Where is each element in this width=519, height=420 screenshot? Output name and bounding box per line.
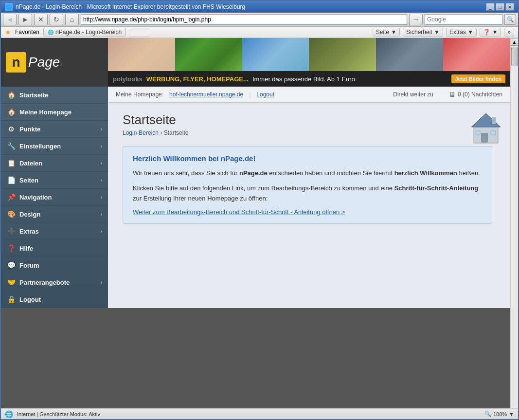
banner-photo-nature [175,38,242,71]
banner-ad: polylooks WERBUNG, FLYER, HOMEPAGE... Im… [108,71,510,87]
tab-npage[interactable]: 🌐 nPage.de - Login-Bereich [43,28,126,37]
favorites-star-icon: ★ [5,28,11,36]
close-button[interactable]: ✕ [505,3,514,11]
schritt-bold: Schritt-für-Schritt-Anleitung [394,184,479,192]
punkte-icon: ⊙ [7,125,16,133]
scroll-thumb[interactable] [511,47,518,66]
home-button[interactable]: ⌂ [65,14,79,25]
zoom-control[interactable]: 🔍 100% ▼ [484,411,514,417]
svg-marker-1 [471,113,501,127]
scroll-up-button[interactable]: ▲ [511,38,519,46]
navigation-icon: 📌 [7,193,16,201]
refresh-button[interactable]: ↻ [50,14,63,25]
logo[interactable]: n Page [6,52,60,73]
welcome-link[interactable]: Weiter zum Bearbeitungs-Bereich und Schr… [133,208,345,216]
banner-photo-woman [443,38,510,71]
address-bar[interactable] [81,14,407,25]
page-wrapper: n Page p [1,38,510,408]
extras-menu[interactable]: Extras ▼ [446,28,477,37]
sidebar-item-startseite[interactable]: 🏠 Startseite [1,87,108,104]
design-icon: 🎨 [7,210,16,218]
zoom-level: 100% [493,411,507,417]
sidebar-item-extras[interactable]: ➕ Extras › [1,223,108,240]
browser-window: 🌐 nPage.de - Login-Bereich - Microsoft I… [0,0,519,420]
willkommen-bold: herzlich Willkommen [394,169,457,177]
sidebar-item-hilfe[interactable]: ❓ Hilfe [1,240,108,257]
logout-icon: 🔒 [7,295,16,303]
page-content-wrapper: Startseite Login-Bereich › Startseite He… [108,103,510,243]
status-bar: 🌐 Internet | Geschützter Modus: Aktiv 🔍 … [1,408,518,419]
sidebar-item-design[interactable]: 🎨 Design › [1,206,108,223]
polylooks-text: polylooks [113,75,143,83]
direkt-label: Direkt weiter zu [393,91,433,98]
sidebar-item-navigation[interactable]: 📌 Navigation › [1,189,108,206]
minimize-button[interactable]: _ [486,3,495,11]
sidebar-item-einstellungen[interactable]: 🔧 Einstellungen › [1,138,108,155]
sidebar-item-logout[interactable]: 🔒 Logout [1,291,108,308]
status-text: Internet | Geschützter Modus: Aktiv [17,411,100,417]
welcome-p1-pre: Wir freuen uns sehr, dass Sie sich für [133,169,239,177]
sidebar-item-partnerangebote[interactable]: 🤝 Partnerangebote › [1,274,108,291]
sidebar-label-navigation: Navigation [19,194,52,201]
npage-site: n Page p [1,38,510,408]
welcome-box: Herzlich Willkommen bei nPage.de! Wir fr… [123,146,492,224]
restore-button[interactable]: □ [496,3,504,11]
security-menu[interactable]: Sicherheit ▼ [403,28,443,37]
banner-cta-button[interactable]: Jetzt Bilder finden [451,74,505,83]
banner-slogan: WERBUNG, FLYER, HOMEPAGE... [146,75,249,83]
page-menu[interactable]: Seite ▼ [373,28,400,37]
banner-sub: Immer das passende Bild. Ab 1 Euro. [252,75,357,83]
search-button[interactable]: 🔍 [504,14,516,25]
navigation-arrow-icon: › [101,195,102,200]
breadcrumb-separator: › [160,129,163,136]
extend-btn[interactable]: » [504,28,514,37]
sidebar-item-punkte[interactable]: ⊙ Punkte › [1,121,108,138]
seiten-icon: 📄 [7,176,16,184]
navigation-toolbar: ◄ ► ✕ ↻ ⌂ → 🔍 [1,13,518,27]
main-content: Meine Homepage: hof-lechnermueller.npage… [108,87,510,308]
sidebar-label-einstellungen: Einstellungen [19,143,61,150]
page-title: Startseite [123,112,496,128]
welcome-p2-post: zur Erstellung Ihrer neuen Homepage zu ö… [133,195,268,202]
browser-icon: 🌐 [5,3,13,11]
extras-icon: ➕ [7,227,16,235]
go-button[interactable]: → [409,14,423,25]
top-bar: Meine Homepage: hof-lechnermueller.npage… [108,87,510,103]
npage-bold: nPage.de [239,169,268,177]
sidebar-item-forum[interactable]: 💬 Forum [1,257,108,274]
sidebar-label-extras: Extras [19,228,39,235]
homepage-url-link[interactable]: hof-lechnermueller.npage.de [169,91,243,98]
logo-n-letter: n [6,52,26,73]
logo-text: Page [28,55,60,70]
help-menu[interactable]: ❓ ▼ [480,28,501,37]
punkte-arrow-icon: › [101,127,102,132]
sidebar-label-seiten: Seiten [19,177,38,184]
sidebar-label-meine-homepage: Meine Homepage [19,109,72,116]
sidebar-label-partnerangebote: Partnerangebote [19,279,70,286]
design-arrow-icon: › [101,212,102,217]
tab-label: nPage.de - Login-Bereich [55,29,122,36]
dateien-arrow-icon: › [101,161,102,166]
breadcrumb-current: Startseite [164,129,189,136]
banner-photos [108,38,510,71]
breadcrumb-parent[interactable]: Login-Bereich [123,129,159,136]
forward-button[interactable]: ► [18,14,32,25]
welcome-title: Herzlich Willkommen bei nPage.de! [133,154,482,163]
search-box[interactable] [425,14,502,25]
house-decoration [466,108,505,148]
stop-button[interactable]: ✕ [34,14,48,25]
separator1: | [249,91,251,98]
sidebar-item-dateien[interactable]: 📋 Dateien › [1,155,108,172]
messages-area[interactable]: 🖥 0 (0) Nachrichten [449,91,502,98]
back-button[interactable]: ◄ [3,14,17,25]
status-globe-icon: 🌐 [5,410,13,418]
vertical-scrollbar[interactable]: ▲ [510,38,518,408]
banner-photo-people [376,38,443,71]
sidebar-item-seiten[interactable]: 📄 Seiten › [1,172,108,189]
sidebar-item-meine-homepage[interactable]: 🏠 Meine Homepage [1,104,108,121]
sidebar-label-forum: Forum [19,262,39,269]
svg-rect-3 [481,133,488,143]
meine-homepage-label: Meine Homepage: [116,91,163,98]
logout-link[interactable]: Logout [256,91,274,98]
zoom-icon: 🔍 [484,411,491,417]
